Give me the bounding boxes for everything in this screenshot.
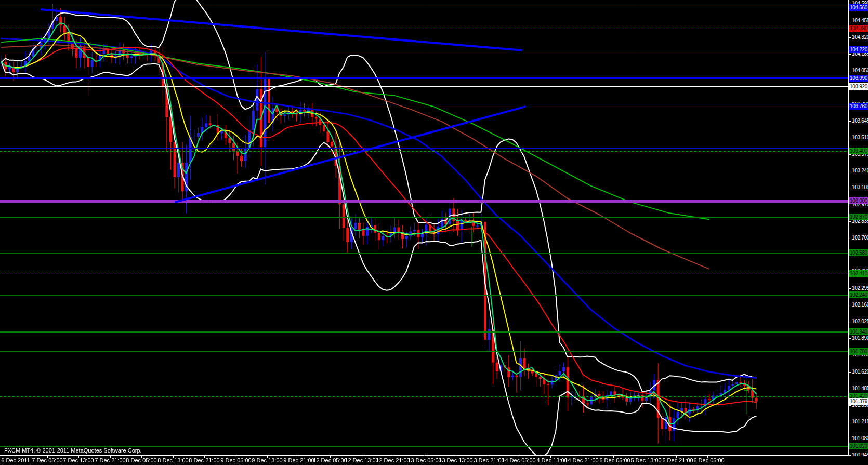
price-axis-tick-label: 104.455 — [852, 18, 868, 23]
price-level-label: 102.240 — [849, 291, 868, 298]
price-axis-tick-mark — [849, 238, 851, 238]
price-axis[interactable]: 104.590104.455104.320104.185104.050103.9… — [849, 0, 868, 456]
price-axis-tick-mark — [849, 372, 851, 373]
price-axis-tick-mark — [849, 138, 851, 138]
time-axis[interactable]: 6 Dec 20117 Dec 05:007 Dec 13:007 Dec 21… — [0, 456, 868, 465]
price-axis-tick-mark — [849, 171, 851, 171]
price-axis-tick-label: 103.510 — [852, 135, 868, 140]
time-axis-tick-label: 7 Dec 13:00 — [63, 457, 94, 463]
time-axis-tick-label: 13 Dec 05:00 — [407, 457, 441, 463]
price-axis-tick-label: 101.485 — [852, 386, 868, 391]
price-axis-tick-label: 101.620 — [852, 369, 868, 375]
price-level-label: 102.870 — [849, 214, 868, 220]
price-axis-tick-label: 102.700 — [852, 235, 868, 241]
price-axis-tick-mark — [849, 338, 851, 339]
price-axis-tick-mark — [849, 54, 851, 55]
price-axis-tick-mark — [849, 439, 851, 439]
mt4-chart-window: FXCM MT4, © 2001-2011 MetaQuotes Softwar… — [0, 0, 868, 465]
price-axis-tick-mark — [849, 288, 851, 289]
price-axis-tick-mark — [849, 422, 851, 422]
copyright-text: FXCM MT4, © 2001-2011 MetaQuotes Softwar… — [4, 447, 142, 454]
price-axis-tick-label: 103.240 — [852, 168, 868, 174]
price-level-label: 104.560 — [849, 4, 868, 11]
time-axis-tick-label: 15 Dec 21:00 — [659, 457, 693, 463]
time-axis-tick-label: 15 Dec 05:00 — [596, 457, 630, 463]
time-axis-tick-label: 12 Dec 05:00 — [313, 457, 347, 463]
time-axis-tick-label: 13 Dec 21:00 — [470, 457, 504, 463]
price-level-label: 103.990 — [849, 75, 868, 82]
price-level-label: 101.020 — [849, 443, 868, 449]
time-axis-tick-label: 14 Dec 21:00 — [564, 457, 598, 463]
price-axis-tick-label: 101.215 — [852, 419, 868, 424]
price-level-label: 101.780 — [849, 348, 868, 355]
time-axis-tick-label: 7 Dec 21:00 — [95, 457, 125, 463]
time-axis-tick-label: 7 Dec 05:00 — [32, 457, 62, 463]
price-axis-tick-label: 102.025 — [852, 318, 868, 324]
price-axis-tick-label: 104.050 — [852, 68, 868, 73]
time-axis-tick-label: 8 Dec 13:00 — [157, 457, 188, 463]
price-axis-tick-label: 103.645 — [852, 118, 868, 124]
time-axis-tick-label: 8 Dec 05:00 — [126, 457, 156, 463]
time-axis-tick-label: 12 Dec 13:00 — [345, 457, 378, 463]
time-axis-tick-label: 14 Dec 13:00 — [533, 457, 567, 463]
price-axis-tick-mark — [849, 389, 851, 389]
price-axis-tick-mark — [849, 355, 851, 355]
price-level-label: 103.000 — [849, 197, 868, 204]
price-axis-tick-mark — [849, 71, 851, 71]
price-level-label: 104.220 — [849, 46, 868, 53]
time-axis-tick-label: 6 Dec 2011 — [1, 457, 30, 463]
price-axis-tick-label: 102.160 — [852, 302, 868, 308]
price-level-label: 102.580 — [849, 249, 868, 256]
time-axis-tick-label: 9 Dec 13:00 — [252, 457, 282, 463]
price-axis-tick-mark — [849, 188, 851, 188]
price-axis-tick-mark — [849, 221, 851, 222]
time-axis-tick-label: 16 Dec 05:00 — [690, 457, 724, 463]
price-axis-tick-mark — [849, 205, 851, 205]
price-axis-tick-mark — [849, 455, 851, 456]
price-axis-tick-label: 103.105 — [852, 184, 868, 190]
price-axis-tick-label: 102.295 — [852, 285, 868, 291]
price-level-label: 101.940 — [849, 328, 868, 335]
price-axis-tick-mark — [849, 322, 851, 322]
current-price-label: 101.379 — [849, 398, 868, 405]
time-axis-tick-label: 9 Dec 21:00 — [283, 457, 314, 463]
price-axis-tick-mark — [849, 121, 851, 122]
price-level-label: 103.760 — [849, 103, 868, 110]
time-axis-tick-label: 9 Dec 05:00 — [220, 457, 251, 463]
price-axis-tick-label: 101.080 — [852, 435, 868, 441]
price-axis-tick-mark — [849, 305, 851, 305]
price-axis-tick-mark — [849, 405, 851, 406]
price-chart-canvas[interactable] — [0, 0, 849, 456]
time-axis-tick-label: 8 Dec 21:00 — [189, 457, 219, 463]
time-axis-tick-label: 12 Dec 21:00 — [376, 457, 410, 463]
time-axis-tick-label: 13 Dec 13:00 — [439, 457, 472, 463]
price-level-label: 103.400 — [849, 148, 868, 154]
price-axis-tick-label: 101.890 — [852, 335, 868, 341]
price-level-label: 104.390 — [849, 25, 868, 32]
price-level-label: 102.410 — [849, 270, 868, 277]
price-axis-tick-mark — [849, 21, 851, 21]
price-axis-tick-label: 104.320 — [852, 34, 868, 40]
price-axis-tick-mark — [849, 154, 851, 155]
time-axis-tick-label: 15 Dec 13:00 — [627, 457, 661, 463]
time-axis-tick-label: 14 Dec 05:00 — [502, 457, 535, 463]
price-level-label: 103.920 — [849, 83, 868, 90]
price-axis-tick-mark — [849, 37, 851, 38]
